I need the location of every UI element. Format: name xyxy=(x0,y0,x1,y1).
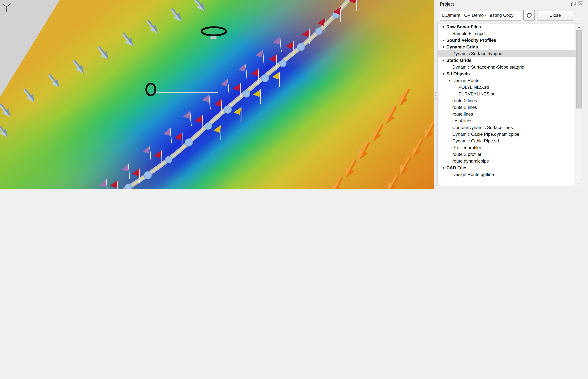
current-arrow-orange-icon xyxy=(394,86,413,109)
top-row: Project Close ▾Raw Sona xyxy=(0,0,588,189)
tree-item-raw-sonar-files[interactable]: ▾Raw Sonar Files xyxy=(438,23,576,30)
tree-item-label: Raw Sonar Files xyxy=(446,23,481,30)
project-tree-wrap: ▾Raw Sonar FilesSample File.qpd▸Sound Ve… xyxy=(437,23,582,187)
close-project-button[interactable]: Close xyxy=(537,10,573,20)
tree-item-sound-velocity-profiles[interactable]: ▸Sound Velocity Profiles xyxy=(438,37,576,44)
tree-item-label: Sound Velocity Profiles xyxy=(446,37,496,44)
tree-item-dynamic-grids[interactable]: ▾Dynamic Grids xyxy=(438,44,576,50)
tree-item-label: test4.lines xyxy=(452,117,472,124)
tree-item-design-route[interactable]: ▾Design Route xyxy=(438,77,576,84)
current-arrow-orange-icon xyxy=(368,122,386,145)
project-path-input[interactable] xyxy=(440,10,521,20)
tree-item-polylines-sd[interactable]: POLYLINES.sd xyxy=(438,84,576,91)
tree-item-label: route-2.lines xyxy=(452,97,477,104)
tree-item-route-lines[interactable]: route.lines xyxy=(438,111,576,117)
current-arrow-orange-icon xyxy=(354,140,373,163)
tree-item-label: route-3.profiler xyxy=(452,151,481,158)
current-arrow-orange-icon xyxy=(407,137,426,161)
tree-item-label: Dynamic Cable Pipe.sd xyxy=(452,138,499,144)
float-panel-icon[interactable] xyxy=(571,1,576,7)
waypoint-flag-red-icon xyxy=(268,53,281,72)
current-arrow-icon xyxy=(21,87,38,106)
tree-scrollbar[interactable]: ▲ ▼ xyxy=(575,23,582,186)
tree-item-label: route-3.lines xyxy=(452,104,477,111)
tree-item-route-3-profiler[interactable]: route-3.profiler xyxy=(438,151,576,158)
tree-item-label: Sd Objects xyxy=(446,70,470,77)
tree-item-dynamic-surface-and-slope-statgrid[interactable]: Dynamic Surface-and-Slope.statgrid xyxy=(438,64,576,70)
axis-gizmo-icon xyxy=(1,1,14,14)
current-arrow-icon xyxy=(120,31,137,49)
tree-item-label: Sample File.qpd xyxy=(452,30,485,37)
project-panel-title: Project xyxy=(440,1,454,7)
current-arrow-icon xyxy=(192,0,209,15)
tree-item-label: Profiler.profiler xyxy=(452,144,481,151)
waypoint-flag-red-icon xyxy=(285,40,298,59)
tree-item-label: Design Route xyxy=(452,77,479,84)
tree-item-label: Dynamic Surface-and-Slope.statgrid xyxy=(452,64,524,70)
scroll-up-icon[interactable]: ▲ xyxy=(576,23,582,30)
tree-item-profiler-profiler[interactable]: Profiler.profiler xyxy=(438,144,576,151)
tree-item-dynamic-cable-pipe-sd[interactable]: Dynamic Cable Pipe.sd xyxy=(438,138,576,144)
waypoint-flag-yellow-icon xyxy=(233,106,246,125)
tree-item-static-grids[interactable]: ▾Static Grids xyxy=(438,57,576,64)
current-arrow-icon xyxy=(46,72,63,91)
waypoint-flag-purple-icon xyxy=(141,144,156,164)
waypoint-flag-purple-icon xyxy=(271,35,286,55)
current-arrow-icon xyxy=(145,18,162,37)
expander-down-icon[interactable]: ▾ xyxy=(441,70,446,77)
current-arrow-orange-icon xyxy=(381,104,400,127)
tree-item-sample-file-qpd[interactable]: Sample File.qpd xyxy=(438,30,576,37)
project-panel: Project Close ▾Raw Sona xyxy=(437,0,588,189)
tree-item-sd-objects[interactable]: ▾Sd Objects xyxy=(438,70,576,77)
refresh-icon xyxy=(526,12,532,18)
expander-right-icon[interactable]: ▸ xyxy=(441,37,446,44)
waypoint-flag-red-icon xyxy=(250,67,264,86)
expander-down-icon[interactable]: ▾ xyxy=(447,77,452,84)
current-arrow-icon xyxy=(95,44,112,63)
refresh-button[interactable] xyxy=(523,10,535,20)
tree-item-label: SURVEYLINES.sd xyxy=(458,91,496,97)
tree-item-label: route.lines xyxy=(452,111,473,117)
tree-item-surveylines-sd[interactable]: SURVEYLINES.sd xyxy=(438,91,576,97)
close-panel-icon[interactable] xyxy=(578,1,583,7)
current-arrow-orange-icon xyxy=(327,175,346,189)
expander-down-icon[interactable]: ▾ xyxy=(441,57,446,64)
expander-down-icon[interactable]: ▾ xyxy=(441,23,446,30)
waypoint-flag-red-icon xyxy=(213,97,227,116)
tree-item-route-2-lines[interactable]: route-2.lines xyxy=(438,97,576,104)
waypoint-flag-red-icon xyxy=(348,0,361,13)
tree-item-route-3-lines[interactable]: route-3.lines xyxy=(438,104,576,111)
waypoint-flag-purple-icon xyxy=(181,109,197,129)
tree-item-dynamic-cable-pipe-dynamicpipe[interactable]: Dynamic Cable Pipe.dynamicpipe xyxy=(438,131,576,138)
tree-item-cad-files[interactable]: ▾CAD Files xyxy=(438,164,576,171)
waypoint-flag-red-icon xyxy=(131,167,144,186)
tree-item-label: ContourDynamic Surface.lines xyxy=(452,124,513,131)
tree-item-contourdynamic-surface-lines[interactable]: ContourDynamic Surface.lines xyxy=(438,124,576,131)
scroll-down-icon[interactable]: ▼ xyxy=(576,180,582,186)
expander-down-icon[interactable]: ▾ xyxy=(441,44,446,50)
tree-item-label: Static Grids xyxy=(446,57,471,64)
scene-markers xyxy=(0,0,434,189)
tree-item-label: POLYLINES.sd xyxy=(458,84,489,91)
waypoint-flag-red-icon xyxy=(332,5,346,24)
waypoint-flag-purple-icon xyxy=(219,77,234,97)
scene-3d-view[interactable] xyxy=(0,0,434,189)
waypoint-flag-red-icon xyxy=(153,149,166,168)
waypoint-flag-yellow-icon xyxy=(271,70,284,89)
horizontal-splitter[interactable] xyxy=(0,189,588,190)
tree-item-test4-lines[interactable]: test4.lines xyxy=(438,117,576,124)
current-arrow-icon xyxy=(0,122,11,141)
scrollbar-thumb[interactable] xyxy=(576,30,582,109)
tree-item-dynamic-surface-dyngrid[interactable]: Dynamic Surface.dyngrid xyxy=(438,50,576,57)
tree-item-label: Dynamic Surface.dyngrid xyxy=(452,50,502,57)
tree-item-label: Dynamic Grids xyxy=(446,44,478,50)
tree-item-route-dynamicpipe[interactable]: route.dynamicpipe xyxy=(438,158,576,164)
waypoint-flag-red-icon xyxy=(109,179,122,189)
vertical-splitter[interactable] xyxy=(434,0,437,189)
current-arrow-orange-icon xyxy=(395,155,414,179)
waypoint-flag-yellow-icon xyxy=(252,88,265,107)
tree-item-design-route-qgfline[interactable]: Design Route.qgfline xyxy=(438,171,576,178)
current-arrow-orange-icon xyxy=(341,158,359,181)
expander-down-icon[interactable]: ▾ xyxy=(441,164,446,171)
waypoint-flag-purple-icon xyxy=(120,162,135,182)
